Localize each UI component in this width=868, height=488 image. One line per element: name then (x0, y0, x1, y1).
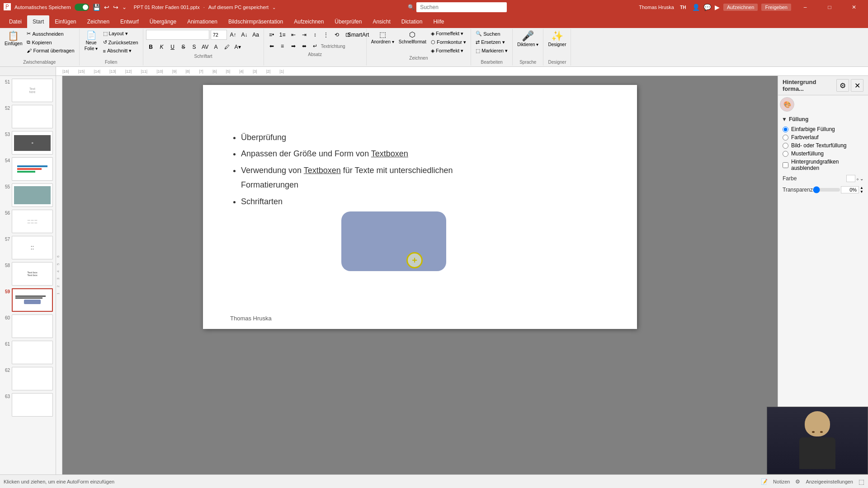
tab-hilfe[interactable]: Hilfe (428, 15, 449, 28)
column-btn[interactable]: ⋮ (321, 30, 331, 40)
format-uebertragen-button[interactable]: 🖌 Format übertragen (25, 47, 76, 54)
farbverlauf-radio[interactable] (783, 135, 788, 141)
line-spacing-btn[interactable]: ↕ (310, 30, 320, 40)
close-button[interactable]: ✕ (844, 0, 864, 14)
layout-button[interactable]: ⬚ Layout ▾ (101, 30, 140, 38)
font-size-decrease-btn[interactable]: A↓ (240, 30, 250, 40)
slide-thumb-57[interactable]: 57 • •• • (2, 235, 54, 260)
einfuegen-button[interactable]: 📋 Einfügen (3, 30, 24, 47)
einfarbig-radio[interactable] (783, 127, 788, 132)
anordnen-button[interactable]: ⬚ Anordnen ▾ (369, 30, 396, 46)
panel-settings-icon[interactable]: ⚙ (836, 79, 849, 92)
view-normal-icon[interactable]: ⬚ (859, 478, 864, 485)
blue-rectangle-shape[interactable] (341, 211, 446, 271)
bold-btn[interactable]: B (146, 42, 156, 52)
strikethrough-btn[interactable]: S (179, 42, 189, 52)
bild-textur-radio[interactable] (783, 143, 788, 149)
bullets-btn[interactable]: ≡• (267, 30, 277, 40)
font-name-input[interactable] (146, 30, 209, 40)
anzeigeeinstellungen-label[interactable]: Anzeigeeinstellungen (806, 479, 853, 484)
save-icon[interactable]: 💾 (93, 4, 100, 11)
autosave-toggle[interactable] (75, 4, 89, 11)
tab-aufzeichnen[interactable]: Aufzeichnen (288, 15, 329, 28)
slide-thumb-59[interactable]: 59 (2, 287, 54, 313)
ausschneiden-button[interactable]: ✂ Ausschneiden (25, 30, 76, 38)
aufzeichnen-btn[interactable]: Aufzeichnen (723, 4, 758, 11)
color-swatch[interactable] (846, 175, 855, 182)
decrease-indent-btn[interactable]: ⇤ (288, 30, 298, 40)
tab-datei[interactable]: Datei (4, 15, 27, 28)
hintergrundgrafiken-checkbox[interactable] (783, 162, 788, 168)
kopieren-button[interactable]: ⧉ Kopieren (25, 38, 76, 46)
panel-close-icon[interactable]: ✕ (851, 79, 863, 92)
slide-thumb-63[interactable]: 63 (2, 392, 54, 418)
slide-thumb-52[interactable]: 52 (2, 104, 54, 129)
tab-einfuegen[interactable]: Einfügen (49, 15, 81, 28)
formeffekt-button[interactable]: ◈ Formeffekt ▾ (429, 30, 468, 38)
tab-entwurf[interactable]: Entwurf (115, 15, 144, 28)
align-center-btn[interactable]: ≡ (278, 41, 288, 51)
spacing-btn[interactable]: AV (200, 42, 210, 52)
muster-option[interactable]: Musterfüllung (783, 150, 863, 157)
share-icon[interactable]: 👤 (692, 4, 700, 11)
einfarbig-option[interactable]: Einfarbige Füllung (783, 126, 863, 132)
location-chevron[interactable]: ⌄ (272, 5, 276, 10)
tab-animationen[interactable]: Animationen (182, 15, 223, 28)
font-size-input[interactable] (211, 30, 227, 40)
slide-thumb-54[interactable]: 54 (2, 156, 54, 182)
search-input[interactable] (416, 2, 507, 12)
slide-thumb-51[interactable]: 51 Texthere (2, 78, 54, 103)
rtl-btn[interactable]: ↵ (310, 41, 320, 51)
slide-thumb-53[interactable]: 53 ≡ (2, 130, 54, 155)
slide-canvas[interactable]: Überprüfung Anpassen der Größe und Form … (203, 85, 637, 329)
font-size-increase-btn[interactable]: A↑ (228, 30, 238, 40)
tab-uebergaenge[interactable]: Übergänge (144, 15, 182, 28)
markieren-button[interactable]: ⬚ Markieren ▾ (474, 47, 509, 55)
numbering-btn[interactable]: 1≡ (278, 30, 288, 40)
highlight-btn[interactable]: 🖊 (222, 42, 232, 52)
canvas-area[interactable]: 1 2 3 4 5 6 Überprüfung Anpassen der Grö… (56, 76, 778, 474)
color-gradient-icon[interactable]: ⬦ (856, 176, 859, 181)
suchen-button[interactable]: 🔍 Suchen (474, 30, 502, 38)
slide-thumb-56[interactable]: 56 — — —— — — (2, 209, 54, 234)
align-right-btn[interactable]: ➡ (288, 41, 298, 51)
align-left-btn[interactable]: ⬅ (267, 41, 277, 51)
increase-indent-btn[interactable]: ⇥ (299, 30, 309, 40)
tab-ueberpruefen[interactable]: Überprüfen (329, 15, 367, 28)
notizen-label[interactable]: Notizen (773, 479, 790, 484)
transparenz-slider[interactable] (813, 188, 840, 192)
ersetzen-button[interactable]: ⇄ Ersetzen ▾ (474, 38, 506, 46)
slide-thumb-61[interactable]: 61 (2, 340, 54, 365)
fuellung-section-header[interactable]: ▼ Füllung (778, 113, 868, 124)
formkontur-button[interactable]: ⬡ Formkontur ▾ (429, 38, 468, 46)
more-icon[interactable]: ⌄ (122, 4, 127, 10)
underline-btn[interactable]: U (168, 42, 178, 52)
hintergrundgrafiken-option[interactable]: Hintergrundgrafiken ausblenden (783, 159, 863, 171)
abschnitt-button[interactable]: ≡ Abschnitt ▾ (101, 47, 140, 55)
designer-button[interactable]: ✨ Designer (546, 30, 568, 48)
freigeben-btn[interactable]: Freigeben (761, 4, 791, 11)
slide-thumb-62[interactable]: 62 (2, 366, 54, 391)
text-direction-btn[interactable]: ⟲ (332, 30, 342, 40)
tab-ansicht[interactable]: Ansicht (367, 15, 396, 28)
slide-thumb-58[interactable]: 58 Text boxText box (2, 261, 54, 286)
tab-zeichnen[interactable]: Zeichnen (82, 15, 115, 28)
tab-dictation[interactable]: Dictation (396, 15, 428, 28)
transparenz-spinner[interactable]: ▲▼ (860, 186, 863, 194)
tab-bildschirm[interactable]: Bildschirmpräsentation (223, 15, 288, 28)
slide-thumb-60[interactable]: 60 (2, 314, 54, 339)
clear-format-btn[interactable]: Aa (251, 30, 261, 40)
present-icon[interactable]: ▶ (715, 4, 720, 11)
smartart-btn[interactable]: SmartArt (354, 30, 363, 40)
neue-folie-button[interactable]: 📄 Neue Folie ▾ (82, 30, 100, 52)
undo-icon[interactable]: ↩ (104, 4, 109, 11)
redo-icon[interactable]: ↪ (113, 4, 118, 11)
maximize-button[interactable]: □ (819, 0, 840, 14)
formeffekt2-button[interactable]: ◈ Formeffekt ▾ (429, 47, 468, 55)
comments-icon[interactable]: 💬 (703, 4, 711, 11)
fontcolor-btn[interactable]: A (211, 42, 221, 52)
justify-btn[interactable]: ⬌ (299, 41, 309, 51)
background-color-preview[interactable]: 🎨 (780, 97, 794, 112)
zuruecksetzen-button[interactable]: ↺ Zurücksetzen (101, 38, 140, 46)
shadow-btn[interactable]: S (189, 42, 199, 52)
